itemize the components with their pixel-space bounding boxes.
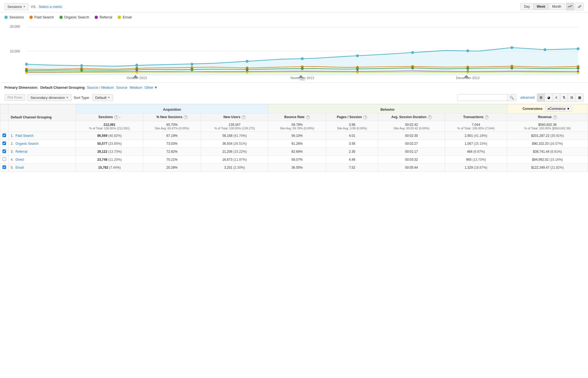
svg-point-42 bbox=[577, 67, 579, 70]
sessions-sort-arrow[interactable]: ↓ bbox=[119, 116, 120, 119]
channel-link-1[interactable]: Organic Search bbox=[15, 142, 38, 146]
th-new-users: New Users ? bbox=[201, 113, 268, 121]
row-checkbox-3[interactable] bbox=[0, 156, 9, 164]
row-rank-1: 2. Organic Search bbox=[9, 140, 76, 148]
row-checkbox-0[interactable] bbox=[0, 132, 9, 140]
line-chart-button[interactable] bbox=[566, 3, 574, 10]
row-transactions-2: 484 (6.87%) bbox=[445, 148, 507, 156]
sort-type-dropdown[interactable]: Default ▼ bbox=[92, 94, 113, 101]
th-dimension: Default Channel Grouping bbox=[9, 104, 76, 121]
row-checkbox-4[interactable] bbox=[0, 164, 9, 172]
channel-link-4[interactable]: Email bbox=[15, 166, 24, 169]
row-avg-session-4: 00:05:44 bbox=[378, 164, 445, 172]
row-pages-2: 2.30 bbox=[326, 148, 378, 156]
channel-link-2[interactable]: Referral bbox=[15, 150, 27, 154]
row-new-users-1: 36,934 (26.51%) bbox=[201, 140, 268, 148]
legend-item-email[interactable]: Email bbox=[118, 15, 132, 19]
pct-new-sessions-help-icon[interactable]: ? bbox=[184, 115, 188, 119]
svg-text:10,000: 10,000 bbox=[10, 49, 20, 53]
svg-point-13 bbox=[246, 60, 249, 63]
row-pct-new-3: 70.21% bbox=[143, 156, 201, 164]
legend-item-referral[interactable]: Referral bbox=[95, 15, 112, 19]
row-new-users-2: 21,206 (15.22%) bbox=[201, 148, 268, 156]
pages-session-help-icon[interactable]: ? bbox=[363, 115, 367, 119]
svg-point-37 bbox=[301, 67, 304, 70]
bounce-rate-help-icon[interactable]: ? bbox=[306, 115, 310, 119]
total-row: 212,091 % of Total: 100.00% (212,091) 65… bbox=[0, 121, 588, 132]
secondary-dimension-dropdown[interactable]: Secondary dimension ▼ bbox=[28, 94, 72, 101]
legend-dot-email bbox=[118, 16, 121, 19]
month-button[interactable]: Month bbox=[549, 4, 565, 10]
channel-link-0[interactable]: Paid Search bbox=[15, 134, 33, 138]
bar-view-button[interactable]: ≡ bbox=[553, 94, 560, 101]
row-pct-new-0: 67.19% bbox=[143, 132, 201, 140]
svg-point-40 bbox=[466, 67, 469, 70]
row-revenue-4: $122,349.47 (21.82%) bbox=[507, 164, 588, 172]
source-link[interactable]: Source bbox=[116, 85, 127, 90]
total-pct-new-sessions: 65.70% Site Avg: 65.67% (0.05%) bbox=[143, 121, 201, 132]
row-bounce-4: 36.55% bbox=[268, 164, 326, 172]
metric1-label: Sessions bbox=[7, 5, 22, 9]
th-pages-session: Pages / Session ? bbox=[326, 113, 378, 121]
motion-chart-button[interactable] bbox=[575, 3, 584, 10]
pie-view-button[interactable]: ◕ bbox=[545, 94, 553, 101]
row-sessions-0: 86,569 (40.82%) bbox=[76, 132, 143, 140]
svg-point-14 bbox=[301, 57, 304, 60]
table-view-button[interactable]: ⊞ bbox=[537, 94, 545, 101]
svg-point-17 bbox=[466, 49, 469, 52]
svg-point-9 bbox=[25, 63, 28, 66]
svg-point-53 bbox=[467, 71, 469, 73]
legend-label-sessions: Sessions bbox=[9, 15, 24, 19]
other-dropdown[interactable]: Other ▼ bbox=[145, 85, 158, 90]
search-icon[interactable]: 🔍 bbox=[507, 94, 516, 101]
legend-item-paid-search[interactable]: Paid Search bbox=[29, 15, 54, 19]
medium-link[interactable]: Medium bbox=[130, 85, 142, 90]
column-view-button[interactable]: ▦ bbox=[576, 94, 583, 101]
avg-session-help-icon[interactable]: ? bbox=[428, 115, 432, 119]
row-checkbox-2[interactable] bbox=[0, 148, 9, 156]
day-button[interactable]: Day bbox=[521, 4, 533, 10]
source-medium-link[interactable]: Source / Medium bbox=[87, 85, 114, 90]
row-avg-session-3: 00:03:32 bbox=[378, 156, 445, 164]
table-row: 3. Referral 29,122 (13.73%) 72.82% 21,20… bbox=[0, 148, 588, 156]
row-bounce-2: 82.66% bbox=[268, 148, 326, 156]
row-pages-1: 3.56 bbox=[326, 140, 378, 148]
row-rank-4: 5. Email bbox=[9, 164, 76, 172]
advanced-link[interactable]: advanced bbox=[520, 96, 535, 99]
total-transactions: 7,044 % of Total: 100.00% (7,044) bbox=[445, 121, 507, 132]
svg-point-11 bbox=[135, 64, 138, 67]
legend-item-organic-search[interactable]: Organic Search bbox=[59, 15, 89, 19]
search-input[interactable] bbox=[458, 94, 507, 101]
th-sessions: Sessions ? ↓ bbox=[76, 113, 143, 121]
svg-point-50 bbox=[136, 71, 138, 73]
revenue-help-icon[interactable]: ? bbox=[553, 115, 557, 119]
sessions-help-icon[interactable]: ? bbox=[114, 115, 118, 119]
legend-item-sessions[interactable]: Sessions bbox=[4, 15, 24, 19]
legend-label-paid-search: Paid Search bbox=[34, 15, 54, 19]
legend-label-organic-search: Organic Search bbox=[64, 15, 89, 19]
metric1-dropdown[interactable]: Sessions ▼ bbox=[4, 3, 29, 10]
th-transactions: Transactions ? bbox=[445, 113, 507, 121]
legend-label-referral: Referral bbox=[100, 15, 112, 19]
svg-point-10 bbox=[80, 64, 83, 67]
pivot-view-button[interactable]: ⊟ bbox=[568, 94, 576, 101]
primary-dimension-bar: Primary Dimension: Default Channel Group… bbox=[0, 82, 588, 91]
select-metric-link[interactable]: Select a metric bbox=[39, 5, 62, 9]
primary-dim-label: Primary Dimension: bbox=[4, 85, 38, 90]
comparison-view-button[interactable]: ⇅ bbox=[560, 94, 568, 101]
conversions-dropdown[interactable]: eCommerce ▼ bbox=[545, 106, 572, 112]
new-users-help-icon[interactable]: ? bbox=[242, 115, 246, 119]
transactions-help-icon[interactable]: ? bbox=[485, 115, 489, 119]
row-checkbox-1[interactable] bbox=[0, 140, 9, 148]
svg-text:20,000: 20,000 bbox=[10, 25, 20, 29]
data-table: Default Channel Grouping Acquisition Beh… bbox=[0, 104, 588, 172]
plot-rows-button[interactable]: Plot Rows bbox=[4, 94, 25, 101]
channel-link-3[interactable]: Direct bbox=[15, 158, 24, 162]
row-new-users-0: 58,168 (41.74%) bbox=[201, 132, 268, 140]
search-box: 🔍 bbox=[457, 94, 516, 101]
week-button[interactable]: Week bbox=[534, 4, 549, 10]
time-period-selector: Day Week Month bbox=[520, 3, 565, 10]
left-controls: Sessions ▼ VS. Select a metric bbox=[4, 3, 62, 10]
svg-point-41 bbox=[510, 66, 513, 70]
row-sessions-2: 29,122 (13.73%) bbox=[76, 148, 143, 156]
